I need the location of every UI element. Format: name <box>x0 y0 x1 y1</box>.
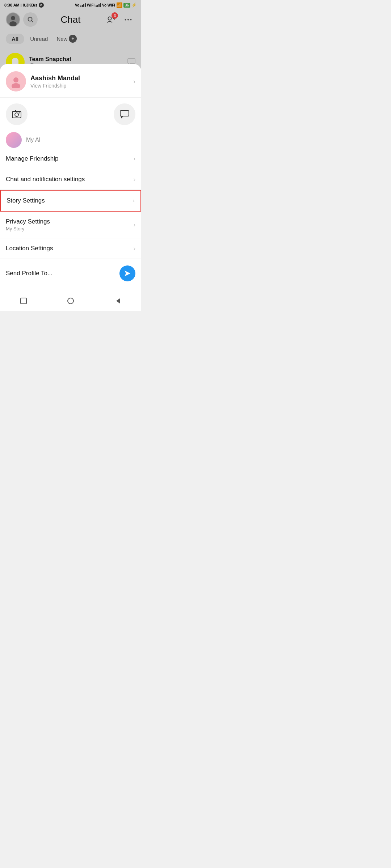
svg-point-14 <box>12 83 20 88</box>
sheet-profile-row[interactable]: Aashish Mandal View Friendship › <box>0 64 141 98</box>
menu-item-manage-friendship[interactable]: Manage Friendship › <box>0 149 141 169</box>
sheet-profile-chevron: › <box>133 78 135 85</box>
menu-item-location-settings[interactable]: Location Settings › <box>0 238 141 259</box>
svg-rect-17 <box>15 110 16 112</box>
menu-item-location-label: Location Settings <box>6 245 53 252</box>
menu-item-privacy-label: Privacy Settings <box>6 218 50 225</box>
sheet-profile-name: Aashish Mandal <box>30 75 80 82</box>
nav-square-button[interactable] <box>13 294 34 307</box>
menu-chevron-4: › <box>134 222 135 228</box>
nav-back-button[interactable] <box>107 294 129 307</box>
svg-rect-20 <box>21 298 26 304</box>
menu-chevron-5: › <box>134 245 135 252</box>
send-icon <box>124 270 131 277</box>
chat-action-button[interactable] <box>114 103 135 125</box>
menu-item-privacy-settings[interactable]: Privacy Settings My Story › <box>0 212 141 238</box>
bottom-sheet: Aashish Mandal View Friendship › My AI M… <box>0 64 141 311</box>
svg-marker-22 <box>116 298 120 303</box>
myai-avatar <box>6 132 22 148</box>
myai-name: My AI <box>26 137 41 143</box>
svg-marker-19 <box>125 271 130 276</box>
svg-point-21 <box>68 298 73 304</box>
chat-icon <box>120 110 129 119</box>
menu-item-chat-notification-label: Chat and notification settings <box>6 176 85 183</box>
nav-home-button[interactable] <box>60 294 81 307</box>
svg-point-18 <box>19 112 20 114</box>
sheet-avatar <box>6 71 26 92</box>
myai-row: My AI <box>0 131 141 149</box>
svg-point-16 <box>15 113 18 116</box>
sheet-avatar-svg <box>9 75 23 88</box>
send-profile-row[interactable]: Send Profile To... <box>0 259 141 288</box>
menu-item-chat-notification[interactable]: Chat and notification settings › <box>0 169 141 190</box>
menu-item-story-settings[interactable]: Story Settings › <box>0 190 141 212</box>
sheet-profile-info: Aashish Mandal View Friendship <box>30 75 80 89</box>
camera-icon <box>12 110 21 119</box>
menu-item-privacy-sub: My Story <box>6 226 50 231</box>
svg-rect-15 <box>12 111 21 118</box>
menu-chevron-2: › <box>134 176 135 183</box>
menu-item-manage-friendship-label: Manage Friendship <box>6 155 59 162</box>
sheet-profile-subtitle: View Friendship <box>30 83 80 89</box>
nav-square-icon <box>20 297 27 305</box>
menu-chevron-1: › <box>134 156 135 162</box>
send-profile-button[interactable] <box>119 265 135 281</box>
camera-action-button[interactable] <box>6 103 28 125</box>
menu-item-privacy-text-block: Privacy Settings My Story <box>6 218 50 231</box>
send-profile-label: Send Profile To... <box>6 270 52 277</box>
nav-back-icon <box>114 297 121 305</box>
svg-point-13 <box>13 77 18 82</box>
menu-chevron-3: › <box>133 197 135 204</box>
menu-item-story-settings-label: Story Settings <box>7 197 45 204</box>
nav-bar <box>0 291 141 311</box>
nav-circle-icon <box>67 297 74 305</box>
sheet-actions <box>0 98 141 131</box>
